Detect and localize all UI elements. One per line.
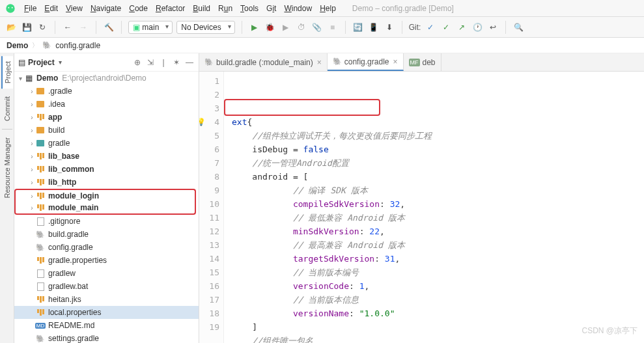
- back-icon[interactable]: ←: [62, 21, 74, 33]
- breadcrumb: Demo 〉 🐘 config.gradle: [0, 38, 644, 53]
- menu-refactor[interactable]: Refactor: [152, 3, 188, 14]
- editor-area: 🐘 build.gradle (:module_main) × 🐘 config…: [199, 53, 644, 343]
- project-view-icon: ▤: [18, 58, 25, 67]
- save-icon[interactable]: 💾: [21, 21, 33, 33]
- tree-item[interactable]: 🐘settings.gradle: [14, 332, 199, 343]
- svg-point-0: [6, 4, 14, 12]
- git-label: Git:: [409, 23, 421, 32]
- tab-resource-manager[interactable]: Resource Manager: [2, 132, 12, 204]
- profile-icon[interactable]: ⏱: [296, 21, 307, 33]
- chevron-right-icon[interactable]: ›: [29, 88, 35, 95]
- chevron-right-icon[interactable]: ›: [29, 101, 35, 108]
- chevron-right-icon[interactable]: ›: [29, 153, 35, 160]
- tab-project[interactable]: Project: [1, 56, 13, 89]
- close-icon[interactable]: ×: [393, 57, 397, 66]
- run-icon[interactable]: ▶: [249, 21, 260, 33]
- tree-item[interactable]: 🐘build.gradle: [14, 228, 199, 241]
- run-config-dropdown[interactable]: ▣ main: [128, 21, 173, 34]
- settings-icon[interactable]: ✶: [171, 57, 182, 68]
- tree-root[interactable]: ▾ ▦ Demo E:\project\android\Demo: [14, 72, 199, 85]
- chevron-down-icon[interactable]: ▾: [57, 59, 62, 66]
- chevron-right-icon[interactable]: ›: [29, 204, 35, 212]
- tree-item[interactable]: ›.idea: [14, 98, 199, 111]
- tree-item[interactable]: 🐘config.gradle: [14, 241, 199, 254]
- tree-item[interactable]: ›.gradle: [14, 85, 199, 98]
- chevron-right-icon[interactable]: ›: [29, 166, 35, 173]
- chevron-right-icon[interactable]: ›: [29, 114, 35, 121]
- tree-item[interactable]: gradlew: [14, 267, 199, 280]
- chevron-down-icon[interactable]: ▾: [17, 75, 23, 82]
- breadcrumb-file[interactable]: config.gradle: [55, 41, 100, 50]
- menu-run[interactable]: Run: [215, 3, 236, 14]
- attach-icon[interactable]: 📎: [311, 21, 323, 33]
- select-opened-icon[interactable]: ⊕: [132, 57, 143, 68]
- close-icon[interactable]: ×: [317, 58, 322, 67]
- tree-item[interactable]: ›module_main: [14, 202, 196, 215]
- gradle-icon: 🐘: [204, 58, 214, 66]
- git-rollback-icon[interactable]: ↩: [487, 21, 499, 33]
- menu-build[interactable]: Build: [189, 3, 214, 14]
- git-push-icon[interactable]: ↗: [456, 21, 468, 33]
- project-tree[interactable]: ▾ ▦ Demo E:\project\android\Demo ›.gradl…: [14, 72, 199, 343]
- tree-item[interactable]: .gitignore: [14, 215, 199, 228]
- tree-item[interactable]: gradle.properties: [14, 254, 199, 267]
- tree-item[interactable]: ›lib_common: [14, 163, 199, 176]
- sdk-icon[interactable]: ⬇: [384, 21, 395, 33]
- menu-edit[interactable]: Edit: [41, 3, 61, 14]
- tree-item[interactable]: local.properties: [14, 306, 199, 319]
- menu-file[interactable]: File: [21, 3, 40, 14]
- tree-item[interactable]: heitan.jks: [14, 293, 199, 306]
- menu-view[interactable]: View: [63, 3, 86, 14]
- debug-icon[interactable]: 🐞: [264, 21, 276, 33]
- chevron-right-icon[interactable]: ›: [29, 127, 35, 134]
- menu-window[interactable]: Window: [281, 3, 315, 14]
- chevron-right-icon[interactable]: ›: [29, 140, 35, 147]
- menu-code[interactable]: Code: [126, 3, 151, 14]
- forward-icon[interactable]: →: [77, 21, 89, 33]
- editor-tab-deb[interactable]: MF deb: [404, 53, 441, 71]
- search-icon[interactable]: 🔍: [512, 21, 524, 33]
- git-commit-icon[interactable]: ✓: [440, 21, 452, 33]
- chevron-right-icon: 〉: [32, 41, 38, 50]
- editor-tab-config-gradle[interactable]: 🐘 config.gradle ×: [328, 53, 404, 71]
- tree-item[interactable]: ›app: [14, 111, 199, 124]
- chevron-right-icon[interactable]: ›: [29, 179, 35, 186]
- tab-commit[interactable]: Commit: [2, 91, 12, 126]
- tree-item[interactable]: ›module_login: [14, 189, 196, 202]
- build-icon[interactable]: 🔨: [103, 21, 115, 33]
- tree-item[interactable]: gradlew.bat: [14, 280, 199, 293]
- svg-point-2: [12, 7, 13, 8]
- git-history-icon[interactable]: 🕐: [471, 21, 483, 33]
- tree-item[interactable]: MDREADME.md: [14, 319, 199, 332]
- refresh-icon[interactable]: ↻: [36, 21, 48, 33]
- sync-icon[interactable]: 🔄: [352, 21, 364, 33]
- editor-tab-build-gradle[interactable]: 🐘 build.gradle (:module_main) ×: [199, 53, 328, 71]
- tree-item[interactable]: ›build: [14, 124, 199, 137]
- chevron-right-icon[interactable]: ›: [29, 193, 35, 200]
- menu-help[interactable]: Help: [316, 3, 339, 14]
- module-icon: [35, 113, 46, 122]
- menu-tools[interactable]: Tools: [237, 3, 262, 14]
- tree-item[interactable]: ›lib_http: [14, 176, 199, 189]
- tree-item[interactable]: ›lib_base: [14, 150, 199, 163]
- module-icon: [35, 295, 46, 304]
- tree-item[interactable]: ›gradle: [14, 137, 199, 150]
- line-gutter[interactable]: 12345678910111213141516171819: [199, 72, 224, 343]
- stop-icon[interactable]: ■: [327, 21, 339, 33]
- avd-icon[interactable]: 📱: [368, 21, 380, 33]
- hide-icon[interactable]: —: [184, 57, 195, 68]
- open-icon[interactable]: 📂: [5, 21, 17, 33]
- breadcrumb-project[interactable]: Demo: [7, 41, 28, 50]
- project-panel-title[interactable]: Project: [28, 58, 55, 67]
- file-icon: [35, 269, 46, 278]
- menu-navigate[interactable]: Navigate: [87, 3, 124, 14]
- main-toolbar: 📂 💾 ↻ ← → 🔨 ▣ main No Devices ▶ 🐞 ▶ ⏱ 📎 …: [0, 17, 644, 38]
- menu-git[interactable]: Git: [263, 3, 279, 14]
- module-icon: [35, 178, 46, 187]
- expand-all-icon[interactable]: ⇲: [145, 57, 156, 68]
- code-area[interactable]: ext{ //组件独立调试开关，每次更改值后要同步工程 isDebug = fa…: [224, 72, 644, 343]
- git-update-icon[interactable]: ✓: [425, 21, 436, 33]
- device-dropdown[interactable]: No Devices: [176, 21, 234, 34]
- module-icon: [35, 191, 46, 200]
- coverage-icon[interactable]: ▶: [280, 21, 292, 33]
